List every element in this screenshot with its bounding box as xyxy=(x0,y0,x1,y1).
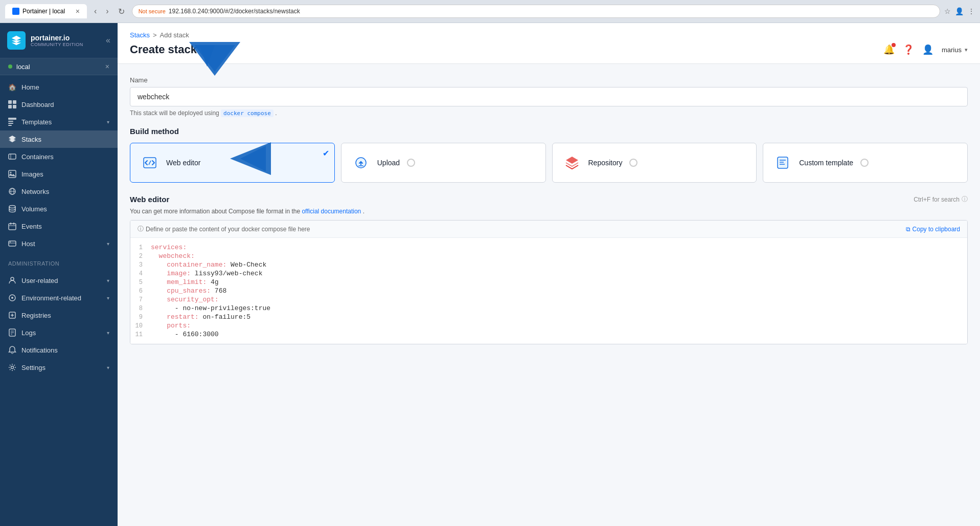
copy-to-clipboard-button[interactable]: ⧉ Copy to clipboard xyxy=(906,226,960,233)
sidebar-dashboard-label: Dashboard xyxy=(21,101,109,108)
deploy-hint: This stack will be deployed using docker… xyxy=(130,109,968,117)
copy-btn-label: Copy to clipboard xyxy=(913,226,960,233)
sidebar-item-containers[interactable]: Containers xyxy=(0,148,118,165)
web-editor-label: Web editor xyxy=(166,159,200,167)
sidebar-nav: 🏠 Home Dashboard Templates ▾ S xyxy=(0,75,118,255)
sidebar-networks-label: Networks xyxy=(21,188,109,195)
sidebar-item-dashboard[interactable]: Dashboard xyxy=(0,96,118,113)
editor-info-period: . xyxy=(363,208,364,215)
sidebar-item-stacks[interactable]: Stacks xyxy=(0,130,118,148)
sidebar-item-registries[interactable]: Registries xyxy=(0,306,118,324)
custom-template-label: Custom template xyxy=(799,159,853,167)
notifications-icon xyxy=(8,346,16,354)
events-icon xyxy=(8,222,16,230)
settings-icon xyxy=(8,363,16,371)
templates-chevron-icon: ▾ xyxy=(107,119,109,125)
editor-hint-text: Define or paste the content of your dock… xyxy=(146,226,310,233)
editor-hint: ⓘ Define or paste the content of your do… xyxy=(138,225,310,233)
custom-template-radio xyxy=(860,159,869,167)
user-icon[interactable]: 👤 xyxy=(922,44,933,55)
help-icon[interactable]: ❓ xyxy=(903,44,914,55)
sidebar-item-user-related[interactable]: User-related ▾ xyxy=(0,272,118,289)
build-card-upload[interactable]: Upload xyxy=(341,143,546,183)
menu-dots-icon[interactable]: ⋮ xyxy=(968,7,975,15)
forward-button[interactable]: › xyxy=(103,5,111,18)
code-line: 1services: xyxy=(130,243,967,252)
home-icon: 🏠 xyxy=(8,83,16,91)
sidebar-environment: local × xyxy=(0,58,118,75)
copy-icon: ⧉ xyxy=(906,226,910,233)
breadcrumb: Stacks > Add stack xyxy=(130,31,968,39)
code-editor[interactable]: 1services: 2 webcheck: 3 container_name:… xyxy=(130,238,967,344)
name-input[interactable] xyxy=(130,87,968,106)
svg-rect-38 xyxy=(778,157,788,168)
editor-section-title: Web editor xyxy=(130,195,169,204)
dashboard-icon xyxy=(8,100,16,108)
sidebar-item-host[interactable]: Host ▾ xyxy=(0,235,118,252)
build-card-custom-template[interactable]: Custom template xyxy=(763,143,968,183)
code-line: 9 restart: on-failure:5 xyxy=(130,313,967,321)
breadcrumb-stacks-link[interactable]: Stacks xyxy=(130,31,150,39)
sidebar-item-networks[interactable]: Networks xyxy=(0,183,118,200)
sidebar-collapse-button[interactable]: « xyxy=(106,36,110,45)
code-line: 4 image: lissy93/web-check xyxy=(130,269,967,278)
sidebar-item-templates[interactable]: Templates ▾ xyxy=(0,113,118,130)
env-related-chevron-icon: ▾ xyxy=(107,295,109,301)
info-icon: ⓘ xyxy=(138,225,144,233)
build-methods: Web editor ✔ Upload xyxy=(130,143,968,183)
profile-icon[interactable]: 👤 xyxy=(955,7,964,15)
sidebar-item-settings[interactable]: Settings ▾ xyxy=(0,359,118,376)
name-label: Name xyxy=(130,76,968,84)
sidebar-item-volumes[interactable]: Volumes xyxy=(0,200,118,217)
back-button[interactable]: ‹ xyxy=(91,5,100,18)
address-bar[interactable]: Not secure 192.168.0.240:9000/#/2/docker… xyxy=(132,5,940,18)
url-text: 192.168.0.240:9000/#/2/docker/stacks/new… xyxy=(169,8,300,15)
upload-icon xyxy=(352,154,370,172)
svg-rect-2 xyxy=(8,105,12,108)
networks-icon xyxy=(8,187,16,195)
build-card-repository[interactable]: Repository xyxy=(552,143,757,183)
volumes-icon xyxy=(8,205,16,213)
hint-prefix: This stack will be deployed using xyxy=(130,109,219,117)
sidebar-logo: portainer.io COMMUNITY EDITION « xyxy=(0,23,118,58)
refresh-icon[interactable]: ↻ xyxy=(201,46,207,54)
reload-button[interactable]: ↻ xyxy=(115,5,128,18)
sidebar-item-events[interactable]: Events xyxy=(0,217,118,235)
web-editor-selected-checkmark: ✔ xyxy=(323,148,329,158)
sidebar-item-notifications[interactable]: Notifications xyxy=(0,341,118,359)
env-close-button[interactable]: × xyxy=(105,62,109,71)
upload-radio xyxy=(407,159,415,167)
containers-icon xyxy=(8,152,16,161)
user-menu[interactable]: marius ▾ xyxy=(942,46,968,54)
sidebar-item-images[interactable]: Images xyxy=(0,165,118,183)
build-card-web-editor[interactable]: Web editor ✔ xyxy=(130,143,335,183)
app: portainer.io COMMUNITY EDITION « local ×… xyxy=(0,23,980,526)
bell-icon[interactable]: 🔔 xyxy=(883,44,895,55)
sidebar-item-logs[interactable]: Logs ▾ xyxy=(0,324,118,341)
bookmark-icon[interactable]: ☆ xyxy=(944,7,951,15)
tab-close-button[interactable]: × xyxy=(76,7,80,15)
svg-rect-16 xyxy=(9,224,16,230)
sidebar-item-home[interactable]: 🏠 Home xyxy=(0,78,118,96)
official-docs-link[interactable]: official documentation xyxy=(302,208,361,215)
browser-tab[interactable]: Portainer | local × xyxy=(5,4,87,18)
search-hint-text: Ctrl+F for search xyxy=(914,196,960,203)
sidebar-item-environment-related[interactable]: Environment-related ▾ xyxy=(0,289,118,306)
logo-icon xyxy=(7,31,26,50)
sidebar-events-label: Events xyxy=(21,223,109,230)
code-line: 5 mem_limit: 4g xyxy=(130,278,967,287)
hint-suffix: . xyxy=(275,109,277,117)
breadcrumb-separator: > xyxy=(153,31,157,39)
editor-header: Web editor Ctrl+F for search ⓘ xyxy=(130,195,968,204)
web-editor-icon xyxy=(141,154,159,172)
admin-section-label: Administration xyxy=(0,255,118,269)
sidebar-logs-label: Logs xyxy=(21,329,102,337)
main-content: Stacks > Add stack Create stack ↻ 🔔 ❓ 👤 xyxy=(118,23,980,526)
svg-rect-1 xyxy=(13,100,16,104)
repository-radio xyxy=(629,159,637,167)
browser-actions: ☆ 👤 ⋮ xyxy=(944,7,975,15)
user-menu-chevron: ▾ xyxy=(965,47,968,53)
sidebar-images-label: Images xyxy=(21,170,109,178)
sidebar-environment-related-label: Environment-related xyxy=(21,294,102,302)
logo-edition: COMMUNITY EDITION xyxy=(31,42,83,47)
